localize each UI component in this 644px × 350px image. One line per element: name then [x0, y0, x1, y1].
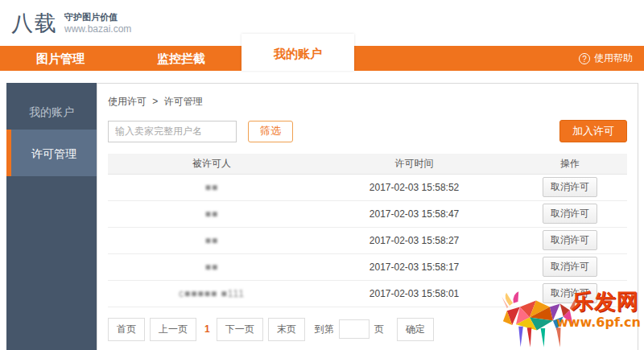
tab-my-account[interactable]: 我的账户 [242, 34, 354, 71]
main-nav: 图片管理 监控拦截 我的账户 ? 使用帮助 [0, 46, 644, 71]
tab-monitor-intercept[interactable]: 监控拦截 [121, 46, 242, 71]
cancel-license-button[interactable]: 取消许可 [543, 283, 597, 303]
goto-page-input[interactable] [339, 319, 369, 339]
license-table-body: ■■ 2017-02-03 15:58:52 取消许可 ■■ 2017-02-0… [108, 174, 627, 307]
sidebar: 我的账户 许可管理 [6, 83, 97, 350]
license-time: 2017-02-03 15:58:01 [316, 280, 513, 307]
header-licensee: 被许可人 [108, 154, 316, 174]
next-page-button[interactable]: 下一页 [217, 318, 263, 341]
brand-logo: 八载 [11, 9, 58, 38]
page: 八载 守护图片价值 www.bazai.com 图片管理 监控拦截 我的账户 ?… [0, 0, 644, 350]
license-time: 2017-02-03 15:58:52 [316, 174, 513, 200]
sidebar-item-my-account[interactable]: 我的账户 [6, 91, 97, 130]
license-time: 2017-02-03 15:58:17 [316, 253, 513, 280]
brand-sub: 守护图片价值 www.bazai.com [64, 11, 131, 35]
table-row: ■■ 2017-02-03 15:58:17 取消许可 [108, 253, 627, 280]
licensee-name: ■■ [205, 235, 219, 246]
main-panel: 使用许可 > 许可管理 筛选 加入许可 被许可人 许可时间 操作 ■■ [97, 83, 638, 350]
tab-image-management[interactable]: 图片管理 [0, 46, 121, 71]
brand-tagline: 守护图片价值 [64, 11, 131, 23]
licensee-name: c■■■■■ ■111 [179, 288, 245, 299]
breadcrumb-parent[interactable]: 使用许可 [108, 96, 147, 107]
licensee-name: ■■ [205, 208, 219, 220]
breadcrumb: 使用许可 > 许可管理 [108, 84, 627, 117]
add-license-button[interactable]: 加入许可 [559, 120, 627, 142]
prev-page-button[interactable]: 上一页 [150, 318, 196, 341]
help-link[interactable]: ? 使用帮助 [579, 46, 633, 71]
help-label: 使用帮助 [594, 51, 633, 65]
pagination: 首页 上一页 1 下一页 末页 到第 页 确定 [108, 318, 627, 341]
seller-username-input[interactable] [108, 121, 237, 142]
sidebar-item-license-management[interactable]: 许可管理 [6, 130, 97, 176]
table-row: ■■ 2017-02-03 15:58:27 取消许可 [108, 227, 627, 253]
breadcrumb-current: 许可管理 [164, 96, 203, 107]
current-page-number: 1 [204, 323, 210, 335]
goto-confirm-button[interactable]: 确定 [397, 318, 434, 341]
content: 我的账户 许可管理 使用许可 > 许可管理 筛选 加入许可 被许可人 许可时间 [0, 83, 644, 350]
table-row: ■■ 2017-02-03 15:58:52 取消许可 [108, 174, 627, 200]
cancel-license-button[interactable]: 取消许可 [543, 257, 597, 277]
license-time: 2017-02-03 15:58:47 [316, 200, 513, 227]
breadcrumb-separator: > [152, 96, 158, 107]
cancel-license-button[interactable]: 取消许可 [543, 230, 597, 250]
first-page-button[interactable]: 首页 [108, 318, 145, 341]
cancel-license-button[interactable]: 取消许可 [543, 177, 597, 197]
license-table: 被许可人 许可时间 操作 ■■ 2017-02-03 15:58:52 取消许可… [108, 154, 627, 307]
licensee-name: ■■ [205, 182, 219, 193]
table-row: c■■■■■ ■111 2017-02-03 15:58:01 取消许可 [108, 280, 627, 307]
goto-prefix-label: 到第 [315, 323, 334, 336]
header-operation: 操作 [513, 154, 627, 174]
question-circle-icon: ? [579, 53, 590, 64]
goto-suffix-label: 页 [374, 323, 384, 336]
licensee-name: ■■ [205, 261, 219, 273]
filter-row: 筛选 加入许可 [108, 120, 627, 142]
last-page-button[interactable]: 末页 [268, 318, 305, 341]
cancel-license-button[interactable]: 取消许可 [543, 204, 597, 224]
license-time: 2017-02-03 15:58:27 [316, 227, 513, 253]
table-header-row: 被许可人 许可时间 操作 [108, 154, 627, 174]
filter-button[interactable]: 筛选 [248, 121, 293, 142]
table-row: ■■ 2017-02-03 15:58:47 取消许可 [108, 200, 627, 227]
header-time: 许可时间 [316, 154, 513, 174]
brand-url: www.bazai.com [64, 23, 131, 35]
